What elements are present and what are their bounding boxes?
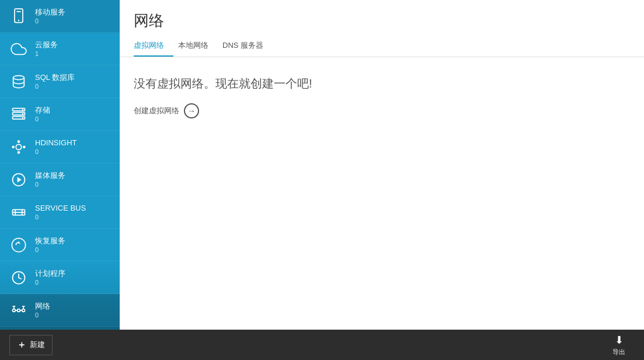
recovery-icon — [8, 235, 29, 256]
mobile-icon — [8, 6, 29, 27]
svg-point-8 — [22, 113, 23, 114]
sidebar-count-storage: 0 — [35, 116, 50, 123]
sidebar-count-hdinsight: 0 — [35, 148, 77, 155]
cloud-icon — [8, 39, 29, 60]
sidebar-item-network[interactable]: 网络 0 — [0, 294, 120, 327]
svg-point-14 — [23, 145, 26, 148]
new-button[interactable]: ＋ 新建 — [9, 335, 53, 355]
sidebar-label-hdinsight: HDINSIGHT — [35, 138, 77, 148]
media-icon — [8, 169, 29, 190]
sidebar-item-servicebus[interactable]: SERVICE BUS 0 — [0, 196, 120, 229]
content-body: 没有虚拟网络。现在就创建一个吧! 创建虚拟网络 → — [120, 57, 644, 330]
sidebar-count-servicebus: 0 — [35, 214, 86, 221]
export-button-label: 导出 — [612, 348, 625, 356]
sidebar-item-sql[interactable]: SQL 数据库 0 — [0, 65, 120, 98]
sidebar-count-recovery: 0 — [35, 246, 65, 253]
sidebar-item-hdinsight[interactable]: HDINSIGHT 0 — [0, 131, 120, 163]
sidebar-item-cloud[interactable]: 云服务 1 — [0, 33, 120, 65]
svg-marker-16 — [18, 177, 22, 182]
plus-icon: ＋ — [17, 339, 26, 351]
sidebar-label-recovery: 恢复服务 — [35, 236, 65, 246]
new-button-label: 新建 — [30, 340, 45, 350]
tab-dns-server[interactable]: DNS 服务器 — [222, 36, 273, 57]
servicebus-icon — [8, 202, 29, 223]
sidebar-item-storage[interactable]: 存储 0 — [0, 98, 120, 131]
sidebar-item-recovery[interactable]: 恢复服务 0 — [0, 229, 120, 261]
svg-point-3 — [13, 75, 25, 79]
svg-point-10 — [16, 144, 21, 149]
svg-point-23 — [22, 309, 25, 312]
svg-point-11 — [18, 140, 20, 143]
svg-point-1 — [18, 19, 19, 20]
sidebar-item-mobile[interactable]: 移动服务 0 — [0, 0, 120, 33]
sidebar-count-network: 0 — [35, 312, 50, 319]
create-link[interactable]: 创建虚拟网络 → — [134, 103, 630, 118]
export-button[interactable]: ⬇ 导出 — [603, 331, 635, 359]
main-content: 网络 虚拟网络 本地网络 DNS 服务器 没有虚拟网络。现在就创建一个吧! 创建… — [120, 0, 644, 330]
sidebar: 移动服务 0 云服务 1 SQL 数据库 0 — [0, 0, 120, 330]
sidebar-count-mobile: 0 — [35, 18, 65, 25]
sidebar-label-storage: 存储 — [35, 106, 50, 116]
sidebar-count-cloud: 1 — [35, 50, 58, 57]
svg-point-22 — [13, 309, 16, 312]
create-link-text: 创建虚拟网络 — [134, 106, 179, 116]
tab-local-network[interactable]: 本地网络 — [178, 36, 218, 57]
sidebar-count-sql: 0 — [35, 83, 75, 90]
sidebar-label-servicebus: SERVICE BUS — [35, 204, 86, 214]
network-icon — [8, 300, 29, 321]
database-icon — [8, 71, 29, 92]
sidebar-label-mobile: 移动服务 — [35, 8, 65, 18]
svg-point-7 — [22, 109, 23, 110]
sidebar-item-media[interactable]: 媒体服务 0 — [0, 163, 120, 196]
sidebar-count-scheduler: 0 — [35, 279, 65, 286]
svg-point-12 — [18, 151, 20, 154]
sidebar-label-media: 媒体服务 — [35, 171, 65, 181]
download-icon: ⬇ — [615, 334, 624, 347]
tab-bar: 虚拟网络 本地网络 DNS 服务器 — [120, 36, 644, 57]
svg-point-24 — [18, 309, 20, 312]
bottom-toolbar: ＋ 新建 ⬇ 导出 — [0, 330, 644, 360]
sidebar-item-scheduler[interactable]: 计划程序 0 — [0, 261, 120, 294]
storage-icon — [8, 104, 29, 125]
sidebar-label-sql: SQL 数据库 — [35, 73, 75, 83]
empty-message: 没有虚拟网络。现在就创建一个吧! — [134, 76, 630, 92]
svg-point-9 — [22, 117, 23, 118]
sidebar-label-network: 网络 — [35, 302, 50, 312]
page-title: 网络 — [120, 0, 644, 36]
svg-point-13 — [12, 145, 15, 148]
scheduler-icon — [8, 267, 29, 288]
arrow-circle-icon: → — [184, 103, 199, 118]
sidebar-count-media: 0 — [35, 181, 65, 188]
tab-virtual-network[interactable]: 虚拟网络 — [134, 36, 173, 57]
sidebar-label-scheduler: 计划程序 — [35, 269, 65, 279]
sidebar-label-cloud: 云服务 — [35, 40, 58, 50]
hdinsight-icon — [8, 137, 29, 158]
